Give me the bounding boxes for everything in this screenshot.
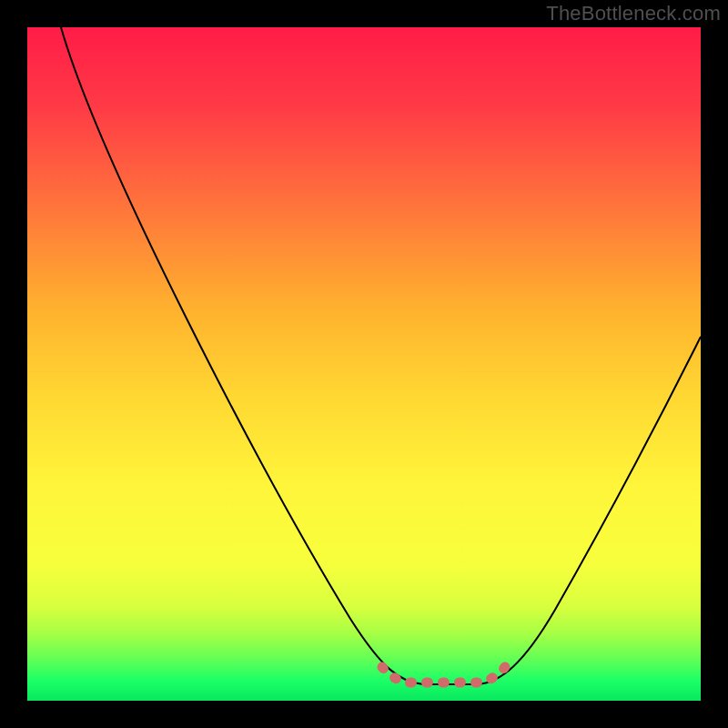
curve-overlay [27,27,701,701]
bottleneck-curve [61,27,701,684]
watermark-text: TheBottleneck.com [546,2,721,25]
highlight-region [382,667,505,682]
chart-frame: TheBottleneck.com [0,0,728,728]
plot-area [27,27,701,701]
